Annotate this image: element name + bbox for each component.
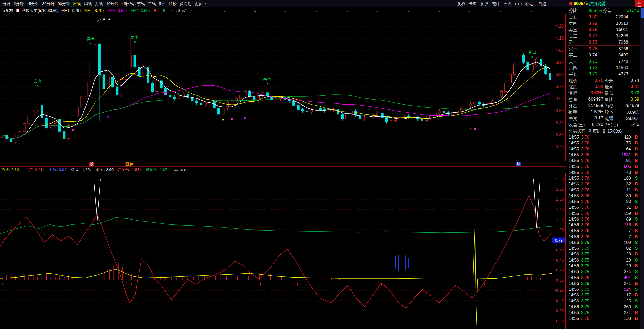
tick-time: 14:56 <box>568 287 581 292</box>
tick-row: 14:553.76606B <box>568 164 639 169</box>
period-多周期[interactable]: 多周期 <box>178 1 193 6</box>
main-candlestick-chart[interactable]: 4.204.104.003.903.803.703.603.503.403.30… <box>0 14 566 161</box>
chart-window-icon[interactable] <box>550 9 553 12</box>
period-日线[interactable]: 日线 <box>71 1 82 6</box>
top-toolbar: 分时5分钟15分钟30分钟60分钟日线周线月线10分钟45日线季线年线5秒15秒… <box>0 0 644 7</box>
tool-标记[interactable]: 标记 <box>524 1 535 6</box>
tick-time: 14:55 <box>568 182 581 186</box>
info-value: 38.9亿 <box>626 109 639 115</box>
tool-统计[interactable]: 统计 <box>490 1 502 6</box>
tick-side: B <box>634 158 639 163</box>
tick-volume: 360 <box>594 305 634 309</box>
tool--自选[interactable]: -自选 <box>535 1 548 6</box>
period-季线[interactable]: 季线 <box>135 1 146 6</box>
indicator-title[interactable]: 利多买卖(5,10,30,60) <box>22 8 59 13</box>
period-45日线[interactable]: 45日线 <box>120 1 135 6</box>
bottom-indicator-chart[interactable]: 2.001.801.601.401.201.000.800.600.400.20… <box>0 173 566 329</box>
tick-price: 3.76 <box>581 217 594 222</box>
separator-dot <box>347 11 348 12</box>
period-周线[interactable]: 周线 <box>82 1 93 6</box>
ask-volume: 16011 <box>597 27 628 32</box>
bid-row-买一[interactable]: 买一3.753766 <box>568 46 639 52</box>
tick-volume: 180 <box>594 176 634 181</box>
bid-row-买二[interactable]: 买二3.748407 <box>568 52 639 58</box>
ma-values: MA1: 3.79↑MA2: 3.70↑MA3: 3.52↑MA4: 3.50↑… <box>61 8 188 13</box>
separator-dot <box>285 11 286 12</box>
tick-volume: 524 <box>594 287 634 292</box>
period-30分钟[interactable]: 30分钟 <box>41 1 56 6</box>
bid-row-买三[interactable]: 买三3.737748 <box>568 58 639 65</box>
tick-side: S <box>634 269 639 274</box>
svg-text:1.40: 1.40 <box>556 207 564 212</box>
quote-panel-body: 委比-28.54%委差-31040卖五3.8022094卖四3.7910513卖… <box>568 7 639 322</box>
bid-row-买四[interactable]: 买四3.7214560 <box>568 65 639 71</box>
tick-price: 3.75 <box>581 281 594 286</box>
ask-row-卖一[interactable]: 卖一3.767068 <box>568 39 639 46</box>
tick-side: B <box>634 228 639 233</box>
weibi-label: 委比 <box>568 8 581 14</box>
period-月线[interactable]: 月线 <box>93 1 104 6</box>
tick-side: B <box>634 293 639 297</box>
tool-画线[interactable]: 画线 <box>502 1 513 6</box>
info-value: 1.57% <box>590 109 603 115</box>
period-分时[interactable]: 分时 <box>1 1 12 6</box>
period-60分钟[interactable]: 60分钟 <box>56 1 72 6</box>
tick-list: 14:553.76420B14:553.7675B14:553.7664B14:… <box>568 134 639 322</box>
ask-row-卖三[interactable]: 卖三3.7816011 <box>568 27 639 33</box>
limit-up-tag[interactable]: 涨停 <box>125 162 134 166</box>
finance-tag[interactable]: 财 <box>516 162 521 166</box>
tool-多股[interactable]: 多股 <box>478 1 490 6</box>
tick-time: 14:56 <box>568 305 581 309</box>
bid-volume: 4373 <box>597 71 628 77</box>
tick-price: 3.76 <box>581 147 594 152</box>
info-label: 收益(三) <box>568 122 585 128</box>
ask-row-卖二[interactable]: 卖二3.7714208 <box>568 33 639 39</box>
tick-row: 14:553.7664B <box>568 146 639 152</box>
period-15秒[interactable]: 15秒 <box>167 1 178 6</box>
tool-F10[interactable]: F10 <box>513 2 524 6</box>
tool-叠加[interactable]: 叠加 <box>467 1 478 6</box>
tool-复权[interactable]: 复权 <box>455 1 467 6</box>
tick-volume: 138 <box>594 316 634 321</box>
tick-time: 14:56 <box>568 275 581 280</box>
indicator-line-white <box>0 179 552 228</box>
ask-row-卖四[interactable]: 卖四3.7910513 <box>568 20 639 27</box>
reduce-tag[interactable]: 减 <box>89 162 94 166</box>
tick-side: B <box>634 188 639 192</box>
svg-text:-0.80: -0.80 <box>555 318 564 323</box>
svg-text:3.90: 3.90 <box>556 60 564 65</box>
period-15分钟[interactable]: 15分钟 <box>25 1 41 6</box>
back-button[interactable]: 返回 <box>635 0 644 7</box>
adjust-mode-label[interactable]: 前复权 <box>1 8 13 13</box>
tick-row: 14:563.7520B <box>568 251 639 257</box>
period-10分钟[interactable]: 10分钟 <box>104 1 120 6</box>
scrollbar-thumb[interactable] <box>641 8 644 18</box>
bid-row-买五[interactable]: 买五3.714373 <box>568 71 639 77</box>
period-更多 >[interactable]: 更多 > <box>193 1 207 6</box>
info-label: 今开 <box>605 78 614 84</box>
status-label: 交易状态: <box>568 128 586 134</box>
restore-window-icon[interactable] <box>555 9 558 12</box>
svg-text:×: × <box>164 92 167 96</box>
tick-time: 14:56 <box>568 228 581 233</box>
panel-scrollbar[interactable] <box>640 7 644 329</box>
tick-row: 14:563.7689S <box>568 216 639 222</box>
tick-price: 3.76 <box>581 228 594 233</box>
period-年线[interactable]: 年线 <box>146 1 157 6</box>
tick-row: 14:553.7680B <box>568 193 639 199</box>
ask-row-卖五[interactable]: 卖五3.8022094 <box>568 14 639 20</box>
period-5秒[interactable]: 5秒 <box>157 1 167 6</box>
tick-time: 14:55 <box>568 205 581 210</box>
tick-price: 3.75 <box>581 293 594 297</box>
tick-time: 14:56 <box>568 293 581 297</box>
ask-price: 3.77 <box>581 33 597 39</box>
svg-text:卖出: 卖出 <box>263 76 271 81</box>
svg-text:0.40: 0.40 <box>556 258 564 262</box>
svg-text:卖出: 卖出 <box>87 36 94 41</box>
period-5分钟[interactable]: 5分钟 <box>12 1 25 6</box>
tick-row: 14:553.7691B <box>568 158 639 164</box>
info-row: 现价3.76今开3.74 <box>568 77 639 84</box>
tick-price: 3.76 <box>581 211 594 216</box>
tick-time: 14:56 <box>568 234 581 239</box>
tick-row: 14:563.767B <box>568 228 639 234</box>
